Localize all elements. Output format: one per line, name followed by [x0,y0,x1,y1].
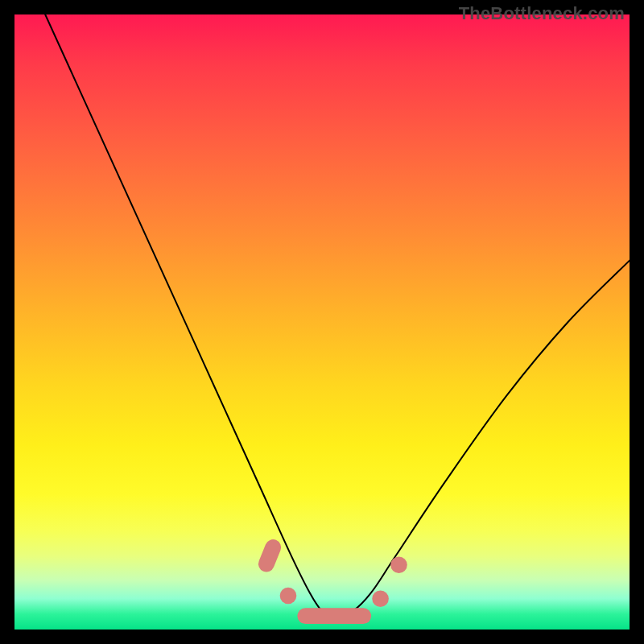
curve-layer [45,14,630,617]
marker-capsule [297,608,371,624]
marker-dot [390,556,407,573]
marker-layer [256,537,407,624]
marker-dot [372,590,389,607]
chart-svg [14,14,630,630]
svg-rect-0 [256,537,283,574]
marker-capsule [256,537,283,574]
marker-dot [280,588,297,605]
plot-area [14,14,630,630]
watermark-label: TheBottleneck.com [459,3,625,24]
chart-frame: TheBottleneck.com [0,0,644,644]
bottleneck-curve [45,14,630,617]
svg-rect-1 [297,608,371,624]
